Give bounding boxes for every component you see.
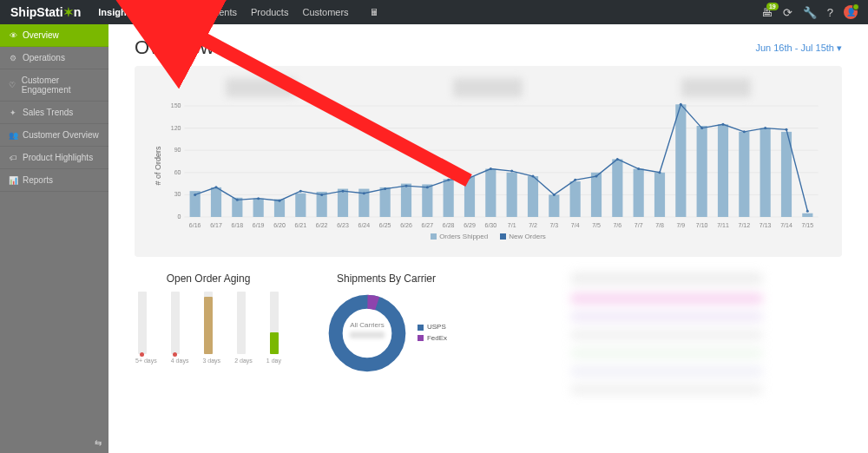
sidebar-item-label: Sales Trends xyxy=(23,108,73,117)
svg-rect-35 xyxy=(634,169,644,217)
svg-rect-39 xyxy=(718,124,728,217)
svg-text:6/30: 6/30 xyxy=(485,222,497,228)
svg-text:7/13: 7/13 xyxy=(760,222,772,228)
svg-rect-19 xyxy=(295,194,306,217)
tab-products[interactable]: Products xyxy=(244,0,295,24)
donut-center-label: All Carriers xyxy=(350,321,385,329)
svg-text:6/29: 6/29 xyxy=(464,222,476,228)
brand-logo: ShipStati✶n xyxy=(0,5,91,19)
svg-text:6/18: 6/18 xyxy=(232,222,244,228)
chart-legend: Orders Shipped New Orders xyxy=(147,233,830,240)
svg-text:7/1: 7/1 xyxy=(508,222,516,228)
open-order-aging: Open Order Aging 5+ days4 days3 days2 da… xyxy=(135,272,282,394)
eye-icon: 👁 xyxy=(9,31,17,40)
sidebar-item-label: Customer Overview xyxy=(23,130,99,140)
svg-text:90: 90 xyxy=(174,147,181,153)
tab-customers[interactable]: Customers xyxy=(295,0,355,24)
blurred-side-panel xyxy=(490,272,842,394)
svg-rect-28 xyxy=(485,169,496,217)
svg-text:7/10: 7/10 xyxy=(696,222,708,228)
svg-rect-25 xyxy=(422,184,432,217)
date-range-picker[interactable]: Jun 16th - Jul 15th ▾ xyxy=(755,43,842,54)
nav-tabs: Insights Orders Shipments Products Custo… xyxy=(91,0,385,24)
help-icon[interactable]: ? xyxy=(827,6,833,19)
refresh-icon[interactable]: ⟳ xyxy=(783,6,792,19)
svg-text:7/9: 7/9 xyxy=(676,222,685,228)
sidebar-item-sales-trends[interactable]: ✦Sales Trends xyxy=(0,102,108,124)
svg-text:7/6: 7/6 xyxy=(613,222,621,228)
svg-point-57 xyxy=(469,176,471,179)
summary-blurred xyxy=(147,78,830,97)
svg-text:7/4: 7/4 xyxy=(571,222,580,228)
carrier-donut: All Carriers xyxy=(326,292,409,375)
svg-text:7/7: 7/7 xyxy=(635,222,643,228)
tag-icon: 🏷 xyxy=(9,154,17,162)
svg-text:7/3: 7/3 xyxy=(549,222,558,228)
user-avatar[interactable]: 👤 xyxy=(844,5,858,19)
sidebar-item-label: Operations xyxy=(23,53,65,62)
print-queue-button[interactable]: 🖶19 xyxy=(761,6,773,19)
svg-rect-30 xyxy=(528,176,538,217)
orders-chart: 0306090120150# of Orders6/166/176/186/19… xyxy=(147,101,830,231)
svg-rect-34 xyxy=(612,159,622,217)
svg-text:6/22: 6/22 xyxy=(316,222,328,228)
svg-text:120: 120 xyxy=(171,125,181,131)
svg-rect-21 xyxy=(338,189,348,217)
svg-point-54 xyxy=(405,185,408,187)
svg-rect-17 xyxy=(253,199,264,217)
top-navbar: ShipStati✶n Insights Orders Shipments Pr… xyxy=(0,0,868,24)
svg-rect-26 xyxy=(444,179,454,217)
svg-point-68 xyxy=(700,127,703,129)
orders-chart-panel: 0306090120150# of Orders6/166/176/186/19… xyxy=(135,66,842,257)
svg-point-63 xyxy=(595,175,598,178)
settings-wrench-icon[interactable]: 🔧 xyxy=(803,6,817,19)
sidebar-item-customer-overview[interactable]: 👥Customer Overview xyxy=(0,124,108,147)
svg-rect-37 xyxy=(675,104,686,217)
svg-text:7/8: 7/8 xyxy=(655,222,664,228)
svg-point-53 xyxy=(384,187,386,190)
svg-text:0: 0 xyxy=(178,213,181,220)
sidebar-item-reports[interactable]: 📊Reports xyxy=(0,169,108,192)
sidebar-item-label: Reports xyxy=(23,175,53,185)
svg-text:6/23: 6/23 xyxy=(337,222,349,228)
svg-point-62 xyxy=(574,179,576,181)
svg-rect-29 xyxy=(507,173,517,217)
svg-text:7/2: 7/2 xyxy=(529,222,537,228)
svg-rect-40 xyxy=(739,132,749,217)
aging-title: Open Order Aging xyxy=(135,272,282,285)
svg-text:6/26: 6/26 xyxy=(400,222,412,228)
svg-point-61 xyxy=(553,194,556,196)
tab-shipments[interactable]: Shipments xyxy=(185,0,244,24)
svg-point-65 xyxy=(637,167,640,170)
shipments-by-carrier: Shipments By Carrier All Carriers U xyxy=(308,272,464,394)
tab-orders[interactable]: Orders xyxy=(141,0,185,24)
sidebar-item-overview[interactable]: 👁Overview xyxy=(0,24,108,47)
svg-point-45 xyxy=(215,186,218,188)
sidebar-collapse-icon[interactable]: ⇆ xyxy=(0,433,108,453)
svg-point-69 xyxy=(722,123,725,126)
svg-text:7/11: 7/11 xyxy=(717,222,729,228)
svg-point-50 xyxy=(320,194,323,196)
page-title: Overview xyxy=(135,36,214,59)
svg-point-59 xyxy=(510,170,513,173)
svg-rect-36 xyxy=(654,173,665,217)
sidebar-item-customer-engagement[interactable]: ♡Customer Engagement xyxy=(0,69,108,102)
sidebar-item-label: Overview xyxy=(23,30,59,40)
svg-text:6/20: 6/20 xyxy=(273,222,286,228)
trend-icon: ✦ xyxy=(9,108,17,117)
sidebar-item-operations[interactable]: ⚙Operations xyxy=(0,47,108,69)
svg-point-67 xyxy=(680,103,682,106)
svg-rect-15 xyxy=(211,187,221,217)
svg-text:6/24: 6/24 xyxy=(358,222,371,228)
svg-rect-23 xyxy=(380,187,391,217)
svg-text:6/17: 6/17 xyxy=(210,222,222,228)
sidebar-item-product-highlights[interactable]: 🏷Product Highlights xyxy=(0,147,108,169)
svg-text:6/25: 6/25 xyxy=(379,222,391,228)
svg-point-60 xyxy=(532,175,535,178)
svg-rect-31 xyxy=(549,194,559,217)
svg-text:# of Orders: # of Orders xyxy=(154,146,162,186)
donut-title: Shipments By Carrier xyxy=(308,272,464,285)
calculator-icon[interactable]: 🖩 xyxy=(363,0,386,24)
users-icon: 👥 xyxy=(9,131,17,140)
tab-insights[interactable]: Insights xyxy=(91,0,141,24)
